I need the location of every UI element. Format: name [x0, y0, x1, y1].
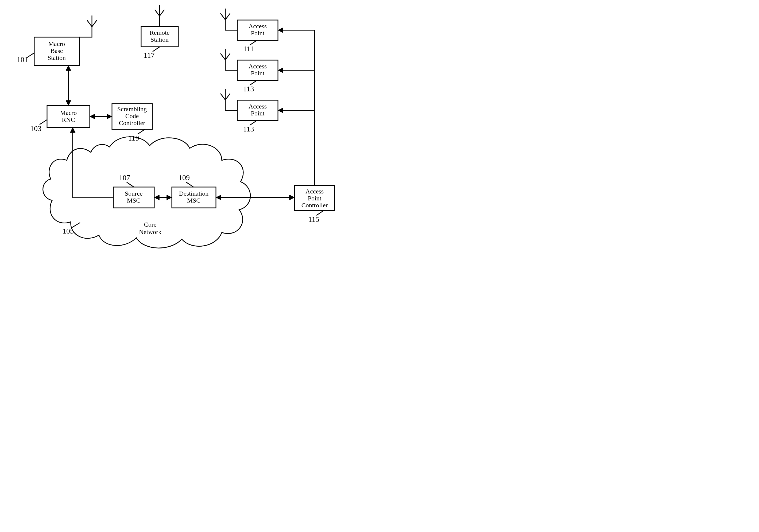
core-network-label: CoreNetwork [139, 221, 161, 235]
antenna-icon [220, 89, 237, 110]
access-point-3-label: AccessPoint [249, 103, 267, 117]
ref-101: 101 [17, 55, 28, 63]
svg-line-6 [138, 129, 145, 134]
antenna-icon [220, 9, 237, 30]
ref-113b: 113 [243, 125, 254, 133]
ref-119: 119 [128, 134, 139, 142]
ref-109: 109 [179, 173, 190, 182]
svg-line-7 [127, 182, 134, 187]
antenna-icon [155, 5, 164, 26]
antenna-icon [79, 16, 97, 37]
ref-105: 105 [62, 227, 74, 235]
access-point-2-label: AccessPoint [249, 63, 267, 77]
access-point-1-label: AccessPoint [249, 23, 267, 37]
svg-line-9 [316, 210, 324, 215]
ref-111: 111 [243, 45, 254, 53]
macro-rnc-label: MacroRNC [60, 109, 77, 123]
ref-103: 103 [30, 124, 41, 133]
ref-107: 107 [119, 173, 130, 182]
link-apc-ap1 [279, 30, 315, 185]
ref-113a: 113 [243, 85, 254, 93]
source-msc-label: SourceMSC [125, 190, 143, 204]
remote-station-label: RemoteStation [150, 29, 170, 43]
antenna-icon [220, 49, 237, 70]
ref-117: 117 [144, 51, 155, 59]
link-cloud-rnc [73, 128, 113, 198]
ref-115: 115 [308, 215, 319, 223]
svg-line-8 [186, 182, 193, 187]
svg-line-5 [40, 120, 47, 125]
